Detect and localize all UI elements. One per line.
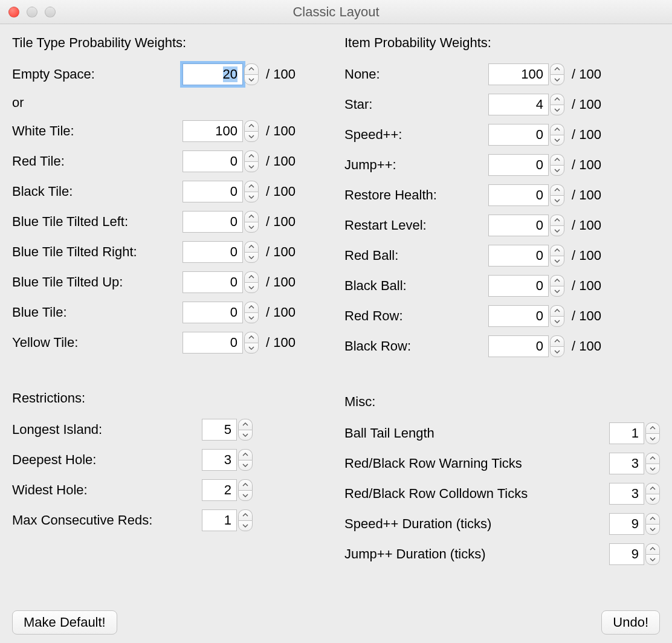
- item-star-step-up[interactable]: [550, 94, 564, 105]
- tile-black-input[interactable]: [183, 181, 243, 202]
- tile-red-input[interactable]: [183, 150, 243, 172]
- misc-jumpd-input[interactable]: [609, 543, 644, 565]
- misc-speedd-step-up[interactable]: [645, 513, 660, 524]
- tile-white-step-down[interactable]: [244, 131, 259, 143]
- tile-blue_tu-step-up[interactable]: [244, 271, 259, 282]
- misc-speedd-step-down[interactable]: [645, 524, 660, 535]
- item-jump-input[interactable]: [488, 154, 549, 176]
- tile-blue_tl-input[interactable]: [183, 211, 243, 233]
- restrict-wide-step-down[interactable]: [238, 490, 253, 502]
- restrict-deep-step-up[interactable]: [238, 449, 253, 460]
- restrict-reds-input[interactable]: [202, 509, 237, 531]
- tile-black-step-up[interactable]: [244, 181, 259, 192]
- item-restore-step-down[interactable]: [550, 195, 564, 207]
- item-jump-step-down[interactable]: [550, 165, 564, 176]
- misc-cool-stepper-buttons: [645, 483, 660, 505]
- minimize-icon[interactable]: [27, 7, 37, 18]
- tile-blue_tl-step-up[interactable]: [244, 211, 259, 222]
- item-redrow-step-up[interactable]: [550, 305, 564, 316]
- tile-white-suffix: / 100: [266, 123, 296, 139]
- restrict-deep-step-down[interactable]: [238, 460, 253, 471]
- item-restore-step-up[interactable]: [550, 184, 564, 195]
- tile-blue_tu-stepper: [183, 271, 259, 293]
- restrict-wide-input[interactable]: [202, 479, 237, 501]
- tile-empty-input[interactable]: [183, 63, 243, 85]
- restrict-wide-step-up[interactable]: [238, 479, 253, 490]
- item-restart-step-up[interactable]: [550, 215, 564, 225]
- item-restart-step-down[interactable]: [550, 225, 564, 237]
- zoom-icon[interactable]: [45, 7, 56, 18]
- restrict-deep-input[interactable]: [202, 449, 237, 471]
- item-restore-input[interactable]: [488, 184, 549, 206]
- item-redball-step-down[interactable]: [550, 256, 564, 267]
- misc-speedd-input[interactable]: [609, 513, 644, 535]
- item-blackball-step-up[interactable]: [550, 275, 564, 286]
- misc-tail-step-up[interactable]: [645, 422, 660, 433]
- item-speed-step-up[interactable]: [550, 124, 564, 135]
- tile-blue_tu-step-down[interactable]: [244, 282, 259, 294]
- tile-empty-stepper-buttons: [244, 63, 259, 85]
- tile-blue_tr-step-up[interactable]: [244, 241, 259, 252]
- tile-white-step-up[interactable]: [244, 120, 259, 131]
- item-blackball-step-down[interactable]: [550, 286, 564, 297]
- item-none-input[interactable]: [488, 63, 549, 85]
- restrict-island-input[interactable]: [202, 419, 237, 441]
- tile-blue-step-down[interactable]: [244, 312, 259, 324]
- tile-blue_tr-input[interactable]: [183, 241, 243, 263]
- item-none-step-up[interactable]: [550, 63, 564, 74]
- misc-cool-input[interactable]: [609, 483, 644, 505]
- misc-warn-step-down[interactable]: [645, 464, 660, 475]
- tile-empty-step-up[interactable]: [244, 63, 259, 74]
- tile-blue-input[interactable]: [183, 302, 243, 323]
- misc-warn-input[interactable]: [609, 453, 644, 474]
- tile-red-step-down[interactable]: [244, 161, 259, 173]
- tile-black-step-down[interactable]: [244, 192, 259, 203]
- item-redrow-step-down[interactable]: [550, 316, 564, 328]
- close-icon[interactable]: [8, 7, 19, 18]
- tile-row-white: White Tile: / 100: [12, 116, 328, 146]
- item-jump-step-up[interactable]: [550, 154, 564, 165]
- item-blackball-input[interactable]: [488, 275, 549, 297]
- item-speed-input[interactable]: [488, 124, 549, 146]
- item-none-step-down[interactable]: [550, 74, 564, 86]
- misc-cool-step-up[interactable]: [645, 483, 660, 494]
- tile-red-step-up[interactable]: [244, 150, 259, 161]
- restrictions-title: Restrictions:: [12, 390, 328, 406]
- misc-jumpd-step-down[interactable]: [645, 554, 660, 566]
- tile-empty-suffix: / 100: [266, 66, 296, 82]
- item-row-jump: Jump++: / 100: [344, 150, 660, 180]
- misc-jumpd-step-up[interactable]: [645, 543, 660, 554]
- tile-yellow-step-down[interactable]: [244, 343, 259, 354]
- restrict-island-step-up[interactable]: [238, 419, 253, 430]
- item-speed-step-down[interactable]: [550, 135, 564, 146]
- tile-blue_tr-step-down[interactable]: [244, 252, 259, 263]
- misc-tail-input[interactable]: [609, 422, 644, 444]
- item-redball-step-up[interactable]: [550, 245, 564, 256]
- tile-blue_tl-step-down[interactable]: [244, 222, 259, 233]
- tile-white-input[interactable]: [183, 120, 243, 142]
- item-blackrow-input[interactable]: [488, 335, 549, 357]
- tile-yellow-input[interactable]: [183, 332, 243, 354]
- tile-row-yellow: Yellow Tile: / 100: [12, 328, 328, 358]
- make-default-button[interactable]: Make Default!: [12, 610, 117, 635]
- restrict-reds-step-down[interactable]: [238, 520, 253, 532]
- item-redball-input[interactable]: [488, 245, 549, 267]
- misc-cool-stepper: [609, 483, 660, 505]
- item-star-step-down[interactable]: [550, 105, 564, 116]
- tile-empty-step-down[interactable]: [244, 74, 259, 86]
- tile-yellow-step-up[interactable]: [244, 332, 259, 343]
- tile-blue-step-up[interactable]: [244, 302, 259, 312]
- item-blackrow-step-down[interactable]: [550, 346, 564, 358]
- item-restart-input[interactable]: [488, 215, 549, 236]
- restrict-island-step-down[interactable]: [238, 430, 253, 441]
- item-redrow-input[interactable]: [488, 305, 549, 327]
- restrict-reds-step-up[interactable]: [238, 509, 253, 520]
- misc-tail-step-down[interactable]: [645, 433, 660, 445]
- tile-blue_tu-input[interactable]: [183, 271, 243, 293]
- misc-cool-step-down[interactable]: [645, 494, 660, 505]
- item-blackball-stepper: [488, 275, 564, 297]
- misc-warn-step-up[interactable]: [645, 453, 660, 464]
- undo-button[interactable]: Undo!: [601, 610, 660, 635]
- item-blackrow-step-up[interactable]: [550, 335, 564, 346]
- item-star-input[interactable]: [488, 94, 549, 115]
